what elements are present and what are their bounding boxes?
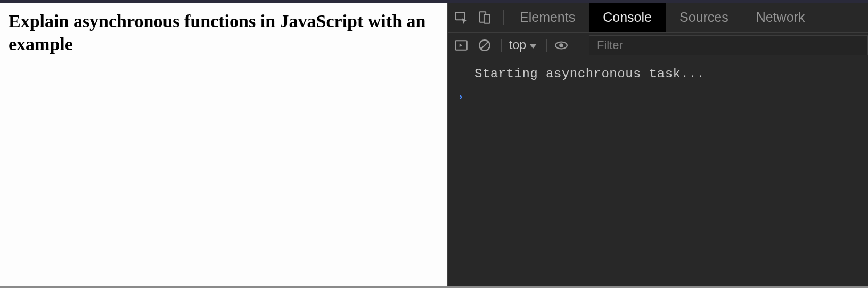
toolbar-separator-2 — [546, 39, 547, 52]
tabbar-icon-group — [454, 11, 503, 25]
svg-rect-2 — [484, 14, 490, 23]
clear-console-icon[interactable] — [478, 38, 492, 52]
console-filter-input[interactable] — [589, 35, 868, 55]
svg-point-7 — [559, 43, 563, 47]
tab-elements[interactable]: Elements — [506, 3, 589, 32]
tab-sources[interactable]: Sources — [666, 3, 742, 32]
live-expression-icon[interactable] — [554, 38, 568, 52]
prompt-chevron-icon: › — [457, 91, 464, 103]
toolbar-separator-1 — [501, 39, 502, 52]
console-output[interactable]: Starting asynchronous task... › — [448, 58, 868, 288]
page-content-pane: Explain asynchronous functions in JavaSc… — [0, 3, 447, 288]
chevron-down-icon — [529, 44, 537, 49]
console-toolbar: top — [448, 33, 868, 58]
inspect-element-icon[interactable] — [454, 11, 468, 25]
page-title: Explain asynchronous functions in JavaSc… — [9, 10, 439, 55]
device-toggle-icon[interactable] — [478, 11, 492, 25]
devtools-tabbar: Elements Console Sources Network — [448, 3, 868, 33]
svg-rect-0 — [455, 12, 464, 20]
console-prompt[interactable]: › — [448, 87, 868, 103]
devtools-panel: Elements Console Sources Network top — [447, 3, 868, 288]
tab-console[interactable]: Console — [589, 3, 666, 32]
svg-line-5 — [481, 42, 488, 49]
tabbar-separator — [503, 10, 504, 25]
toolbar-separator-3 — [578, 39, 578, 52]
toolbar-left-group — [454, 38, 501, 52]
tab-network[interactable]: Network — [742, 3, 819, 32]
devtools-tabs: Elements Console Sources Network — [506, 3, 818, 32]
console-log-entry: Starting asynchronous task... — [448, 65, 868, 87]
toggle-sidebar-icon[interactable] — [454, 38, 468, 52]
execution-context-selector[interactable]: top — [509, 38, 546, 52]
context-label: top — [509, 38, 526, 52]
